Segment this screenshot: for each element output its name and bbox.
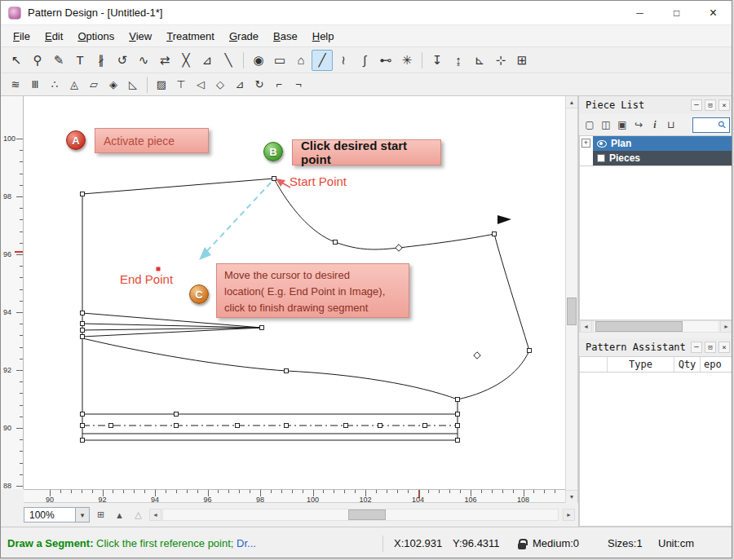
ruler-tick [16,428,23,429]
menu-item[interactable]: Treatment [159,26,222,46]
menu-item[interactable]: View [122,26,159,46]
close-button[interactable]: × [695,1,732,24]
piece-list-scrollbar[interactable]: ◄ ► [579,320,732,333]
scroll-right-button[interactable]: ► [563,509,575,521]
panel-float-button[interactable]: ⊡ [705,99,716,111]
rotate-left-tool[interactable]: ◁ [191,75,210,95]
scroll-up-button[interactable]: ▲ [566,96,577,108]
menu-item[interactable]: Options [70,26,122,46]
fit-view-icon[interactable]: ⊞ [93,507,108,523]
ruler-tick [20,185,23,186]
drop-point-tool[interactable]: ↧ [427,50,448,71]
rotate-tool[interactable]: ↺ [112,50,133,71]
rosette-tool[interactable]: ✳ [396,50,418,71]
grid-point-tool[interactable]: ⊞ [511,50,533,71]
intersection-tool[interactable]: ◉ [248,50,269,71]
zoom-dropdown-button[interactable]: ▾ [76,507,90,523]
paste-piece-icon[interactable]: ▣ [615,117,630,132]
horizontal-scroll-thumb[interactable] [348,509,386,520]
minimize-button[interactable]: ─ [621,1,658,24]
corner-trim-tool[interactable]: ⌐ [269,75,289,95]
tool-icon: ⊤ [176,79,185,90]
scatter-point-tool[interactable]: ∴ [45,75,64,95]
menu-item[interactable]: File [6,26,38,46]
scroll-down-button[interactable]: ▼ [566,490,577,502]
spread-tool[interactable]: ⊤ [171,75,191,95]
panel-minimize-button[interactable]: ─ [691,342,702,353]
move-piece-tool[interactable]: ▱ [84,75,104,95]
cross-mark-tool[interactable]: ╳ [175,50,197,71]
swirl-tool[interactable]: ↻ [250,75,269,95]
zoom-tool[interactable]: ⚲ [27,50,48,71]
smooth-corner-tool[interactable]: ¬ [289,75,308,95]
diamond-check-tool[interactable]: ◈ [104,75,123,95]
piece-list-scroll-thumb[interactable] [595,321,683,332]
updown-point-tool[interactable]: ↨ [448,50,469,71]
corner-point-tool[interactable]: ⊾ [469,50,490,71]
tree-row-plan[interactable]: + Plan [580,136,732,151]
vertical-scroll-thumb[interactable] [567,298,577,325]
export-piece-icon[interactable]: ↪ [631,117,646,132]
rectangle-tool[interactable]: ▭ [269,50,290,71]
segment-tool[interactable]: ╱ [312,50,333,71]
maximize-button[interactable]: □ [658,1,695,24]
curve-adjust-tool[interactable]: ∿ [133,50,154,71]
visibility-eye-icon[interactable] [597,140,607,148]
info-icon[interactable]: i [648,117,662,132]
menu-item[interactable]: Edit [38,26,70,46]
search-box[interactable]: ⚲ [692,117,730,133]
move-point-tool[interactable]: ⇄ [154,50,175,71]
text-tool[interactable]: T [69,50,91,71]
assistant-table-body[interactable] [579,373,732,527]
pen-curve-tool[interactable]: ∫ [354,50,375,71]
measure-tool[interactable]: ⊷ [375,50,396,71]
menu-item[interactable]: Base [266,26,305,46]
polygon-tool[interactable]: ⌂ [290,50,312,71]
column-header-blank [580,357,608,372]
tool-icon: ¬ [295,79,302,90]
arc-angle-tool[interactable]: ⊿ [230,75,250,95]
drawing-canvas[interactable]: A Activate piece B Click desired start p… [24,96,565,489]
diagonal-ruler-tool[interactable]: ╲ [218,50,239,71]
panel-float-button[interactable]: ⊡ [705,342,716,353]
menu-item[interactable]: Help [305,26,342,46]
scroll-left-button[interactable]: ◄ [580,320,592,333]
piece-list-body[interactable] [579,166,732,320]
trash-icon[interactable]: ⊔ [664,117,679,132]
preview-dark-icon[interactable]: ▲ [112,507,127,523]
pieces-checkbox[interactable] [597,154,605,162]
scroll-right-button[interactable]: ► [720,320,732,333]
wedge-tool[interactable]: ◺ [123,75,143,95]
angle-tool[interactable]: ⊿ [197,50,218,71]
menu-item[interactable]: Grade [222,26,266,46]
panel-close-button[interactable]: × [719,99,730,111]
piece-list-scroll-track[interactable] [593,320,719,333]
copy-piece-icon[interactable]: ◫ [599,117,613,132]
pencil-tool[interactable]: ✎ [48,50,69,71]
tree-row-pieces[interactable]: Pieces [580,151,732,165]
expand-icon[interactable]: + [581,139,590,148]
pleat-tool[interactable]: Ⅲ [25,75,45,95]
notch-tool[interactable]: ∦ [91,50,112,71]
mirror-tool[interactable]: ▨ [152,75,171,95]
dart-tool[interactable]: ◬ [64,75,84,95]
horizontal-scroll-track[interactable] [162,509,559,521]
panel-minimize-button[interactable]: ─ [691,99,702,111]
scroll-left-button[interactable]: ◄ [149,509,161,521]
ruler-tick [376,490,377,493]
tool-icon: ⚲ [33,54,42,66]
zoom-level-combobox[interactable]: 100% [24,507,76,523]
curve-tool[interactable]: ≀ [333,50,354,71]
ruler-tick [524,490,524,496]
new-piece-icon[interactable]: ▢ [582,117,597,132]
flip-tool[interactable]: ◇ [210,75,230,95]
select-tool[interactable]: ↖ [6,50,27,71]
canvas-vertical-scrollbar[interactable]: ▲ ▼ [565,96,578,503]
plan-row[interactable]: Plan [593,136,732,151]
cross-point-tool[interactable]: ⊹ [490,50,511,71]
hint-more-link[interactable]: Dr... [237,537,256,549]
panel-close-button[interactable]: × [719,342,730,353]
pieces-row[interactable]: Pieces [593,151,732,165]
preview-light-icon[interactable]: △ [130,507,146,523]
seam-allowance-tool[interactable]: ≋ [6,75,25,95]
